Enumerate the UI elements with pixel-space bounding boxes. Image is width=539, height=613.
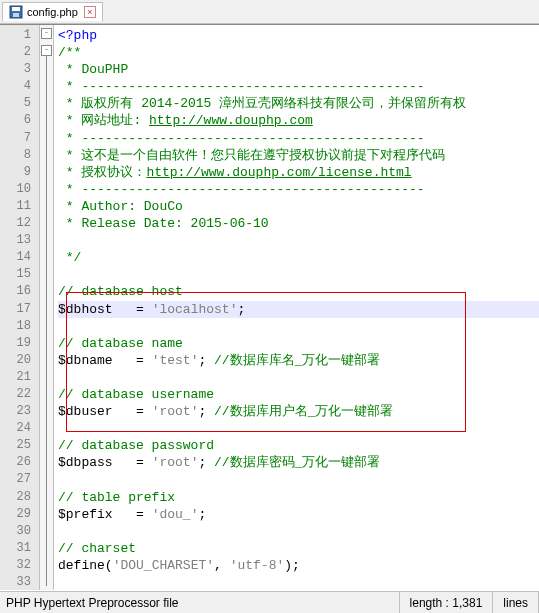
code-line[interactable]: * DouPHP <box>58 61 539 78</box>
tab-filename: config.php <box>27 6 78 18</box>
code-line[interactable]: $dbhost = 'localhost'; <box>58 301 539 318</box>
code-line[interactable] <box>58 471 539 488</box>
line-number: 8 <box>0 147 39 164</box>
status-filetype: PHP Hypertext Preprocessor file <box>0 592 400 613</box>
line-number: 33 <box>0 574 39 591</box>
editor[interactable]: 1234567891011121314151617181920212223242… <box>0 24 539 590</box>
code-line[interactable]: /** <box>58 44 539 61</box>
code-line[interactable]: // database username <box>58 386 539 403</box>
fold-toggle-icon[interactable]: - <box>41 45 52 56</box>
code-line[interactable]: */ <box>58 249 539 266</box>
code-line[interactable] <box>58 523 539 540</box>
line-number: 22 <box>0 386 39 403</box>
line-number: 25 <box>0 437 39 454</box>
line-number: 28 <box>0 489 39 506</box>
code-line[interactable]: $dbname = 'test'; //数据库库名_万化一键部署 <box>58 352 539 369</box>
code-line[interactable]: * 这不是一个自由软件！您只能在遵守授权协议前提下对程序代码 <box>58 147 539 164</box>
code-line[interactable]: * --------------------------------------… <box>58 181 539 198</box>
code-line[interactable]: * --------------------------------------… <box>58 130 539 147</box>
code-line[interactable]: * Release Date: 2015-06-10 <box>58 215 539 232</box>
code-line[interactable] <box>58 369 539 386</box>
line-number: 14 <box>0 249 39 266</box>
line-number: 2 <box>0 44 39 61</box>
code-line[interactable] <box>58 318 539 335</box>
line-number: 21 <box>0 369 39 386</box>
fold-gutter: - - <box>40 25 54 590</box>
line-number: 12 <box>0 215 39 232</box>
status-lines: lines <box>493 592 539 613</box>
svg-rect-2 <box>13 13 19 17</box>
tab-config-php[interactable]: config.php × <box>2 2 103 21</box>
code-line[interactable]: // database host <box>58 283 539 300</box>
line-number: 27 <box>0 471 39 488</box>
code-line[interactable] <box>58 420 539 437</box>
line-number: 26 <box>0 454 39 471</box>
code-line[interactable]: $prefix = 'dou_'; <box>58 506 539 523</box>
line-number: 30 <box>0 523 39 540</box>
line-number-gutter: 1234567891011121314151617181920212223242… <box>0 25 40 590</box>
line-number: 17 <box>0 301 39 318</box>
svg-rect-1 <box>12 7 20 11</box>
line-number: 6 <box>0 112 39 129</box>
code-line[interactable]: // database password <box>58 437 539 454</box>
code-line[interactable]: * 网站地址: http://www.douphp.com <box>58 112 539 129</box>
code-line[interactable]: * 版权所有 2014-2015 漳州豆壳网络科技有限公司，并保留所有权 <box>58 95 539 112</box>
line-number: 29 <box>0 506 39 523</box>
code-line[interactable]: $dbpass = 'root'; //数据库密码_万化一键部署 <box>58 454 539 471</box>
line-number: 10 <box>0 181 39 198</box>
line-number: 23 <box>0 403 39 420</box>
line-number: 11 <box>0 198 39 215</box>
code-line[interactable]: * Author: DouCo <box>58 198 539 215</box>
line-number: 5 <box>0 95 39 112</box>
code-line[interactable] <box>58 232 539 249</box>
close-icon[interactable]: × <box>84 6 96 18</box>
line-number: 9 <box>0 164 39 181</box>
code-line[interactable]: // table prefix <box>58 489 539 506</box>
code-area[interactable]: <?php/** * DouPHP * --------------------… <box>54 25 539 590</box>
line-number: 1 <box>0 27 39 44</box>
code-line[interactable]: * 授权协议：http://www.douphp.com/license.htm… <box>58 164 539 181</box>
line-number: 20 <box>0 352 39 369</box>
code-line[interactable]: $dbuser = 'root'; //数据库用户名_万化一键部署 <box>58 403 539 420</box>
line-number: 32 <box>0 557 39 574</box>
code-line[interactable] <box>58 574 539 590</box>
code-line[interactable]: * --------------------------------------… <box>58 78 539 95</box>
code-line[interactable]: // charset <box>58 540 539 557</box>
code-line[interactable] <box>58 266 539 283</box>
code-line[interactable]: define('DOU_CHARSET', 'utf-8'); <box>58 557 539 574</box>
line-number: 16 <box>0 283 39 300</box>
fold-toggle-icon[interactable]: - <box>41 28 52 39</box>
line-number: 7 <box>0 130 39 147</box>
tab-bar: config.php × <box>0 0 539 24</box>
status-length: length : 1,381 <box>400 592 494 613</box>
code-line[interactable]: <?php <box>58 27 539 44</box>
line-number: 18 <box>0 318 39 335</box>
statusbar: PHP Hypertext Preprocessor file length :… <box>0 591 539 613</box>
line-number: 31 <box>0 540 39 557</box>
code-line[interactable]: // database name <box>58 335 539 352</box>
line-number: 13 <box>0 232 39 249</box>
line-number: 3 <box>0 61 39 78</box>
line-number: 24 <box>0 420 39 437</box>
line-number: 4 <box>0 78 39 95</box>
line-number: 15 <box>0 266 39 283</box>
save-icon <box>9 5 23 19</box>
fold-line <box>46 56 47 586</box>
line-number: 19 <box>0 335 39 352</box>
